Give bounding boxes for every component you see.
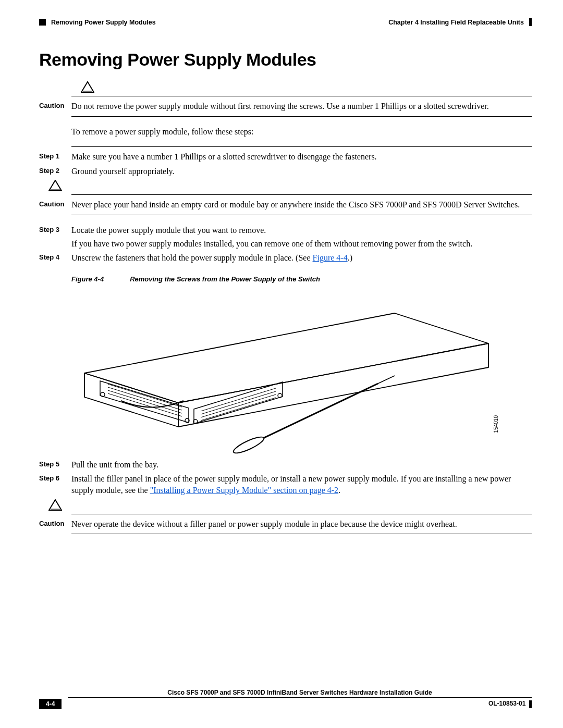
step-row: Step 2 Ground yourself appropriately. xyxy=(39,166,532,177)
step-text: Make sure you have a number 1 Phillips o… xyxy=(71,151,532,163)
svg-line-15 xyxy=(201,394,276,417)
caution-label: Caution xyxy=(39,199,71,208)
figure-title: Removing the Screws from the Power Suppl… xyxy=(130,275,320,283)
caution-label: Caution xyxy=(39,519,71,527)
step-text-post: . xyxy=(338,486,340,495)
divider xyxy=(71,194,532,195)
figure-link[interactable]: Figure 4-4 xyxy=(313,253,348,262)
step-text: Unscrew the fasteners that hold the powe… xyxy=(71,252,532,264)
page-header: Removing Power Supply Modules Chapter 4 … xyxy=(39,18,532,26)
step-row: Step 4 Unscrew the fasteners that hold t… xyxy=(39,252,532,264)
svg-marker-0 xyxy=(81,82,94,92)
svg-marker-4 xyxy=(84,313,488,403)
caution-icon xyxy=(71,81,104,94)
caution-text: Never operate the device without a fille… xyxy=(71,519,532,530)
svg-line-23 xyxy=(378,376,395,384)
figure-id: 154010 xyxy=(493,415,499,433)
section-marker-icon xyxy=(39,19,46,26)
intro-paragraph: To remove a power supply module, follow … xyxy=(71,126,532,138)
divider xyxy=(71,514,532,514)
page-title: Removing Power Supply Modules xyxy=(39,50,532,70)
svg-marker-2 xyxy=(49,180,62,191)
svg-marker-5 xyxy=(84,373,178,427)
caution-icon xyxy=(39,180,71,192)
step-row: Step 6 Install the filler panel in place… xyxy=(39,473,532,496)
svg-marker-24 xyxy=(49,500,62,510)
step-text: Ground yourself appropriately. xyxy=(71,166,532,177)
step-label: Step 4 xyxy=(39,252,71,261)
caution-icon xyxy=(39,499,71,512)
header-right: Chapter 4 Installing Field Replaceable U… xyxy=(388,18,532,26)
header-chapter-title: Chapter 4 Installing Field Replaceable U… xyxy=(388,19,524,26)
page-number: 4-4 xyxy=(39,699,62,709)
step-label: Step 6 xyxy=(39,473,71,482)
step-row: Step 3 Locate the power supply module th… xyxy=(39,225,532,249)
page-footer: Cisco SFS 7000P and SFS 7000D InfiniBand… xyxy=(39,689,532,709)
figure-number: Figure 4-4 xyxy=(71,275,130,283)
header-section-title: Removing Power Supply Modules xyxy=(51,19,156,26)
step-row: Step 1 Make sure you have a number 1 Phi… xyxy=(39,151,532,163)
doc-id-text: OL-10853-01 xyxy=(488,700,525,707)
divider xyxy=(71,534,532,534)
step-text-post: .) xyxy=(348,253,352,262)
caution-label: Caution xyxy=(39,101,71,109)
step-text-pre: Unscrew the fasteners that hold the powe… xyxy=(71,253,313,262)
document-page: Removing Power Supply Modules Chapter 4 … xyxy=(0,0,563,728)
step-text: Locate the power supply module that you … xyxy=(71,225,532,249)
svg-line-16 xyxy=(201,398,276,421)
step-main-text: Locate the power supply module that you … xyxy=(71,226,266,235)
caution-text: Do not remove the power supply module wi… xyxy=(71,101,532,112)
step-text: Install the filler panel in place of the… xyxy=(71,473,532,496)
step-text: Pull the unit from the bay. xyxy=(71,459,532,471)
header-bar-icon xyxy=(529,18,532,26)
footer-doc-id: OL-10853-01 xyxy=(488,700,532,708)
content-area: Caution Do not remove the power supply m… xyxy=(71,81,532,534)
step-label: Step 2 xyxy=(39,166,71,175)
figure-caption: Figure 4-4Removing the Screws from the P… xyxy=(71,275,532,283)
svg-point-22 xyxy=(232,434,266,454)
svg-line-11 xyxy=(108,390,182,413)
section-link[interactable]: "Installing a Power Supply Module" secti… xyxy=(150,486,338,495)
figure-illustration: 154010 xyxy=(71,287,499,454)
step-extra-text: If you have two power supply modules ins… xyxy=(71,238,532,250)
divider xyxy=(71,96,532,96)
footer-bar-icon xyxy=(529,700,532,708)
divider xyxy=(71,116,532,117)
footer-guide-title: Cisco SFS 7000P and SFS 7000D InfiniBand… xyxy=(68,689,532,698)
step-row: Step 5 Pull the unit from the bay. xyxy=(39,459,532,471)
svg-line-14 xyxy=(201,391,276,414)
step-label: Step 5 xyxy=(39,459,71,468)
step-label: Step 1 xyxy=(39,151,71,160)
header-left: Removing Power Supply Modules xyxy=(39,19,156,26)
svg-line-9 xyxy=(108,384,182,407)
caution-text: Never place your hand inside an empty ca… xyxy=(71,199,532,211)
step-label: Step 3 xyxy=(39,225,71,233)
divider xyxy=(71,215,532,215)
divider xyxy=(71,146,532,147)
